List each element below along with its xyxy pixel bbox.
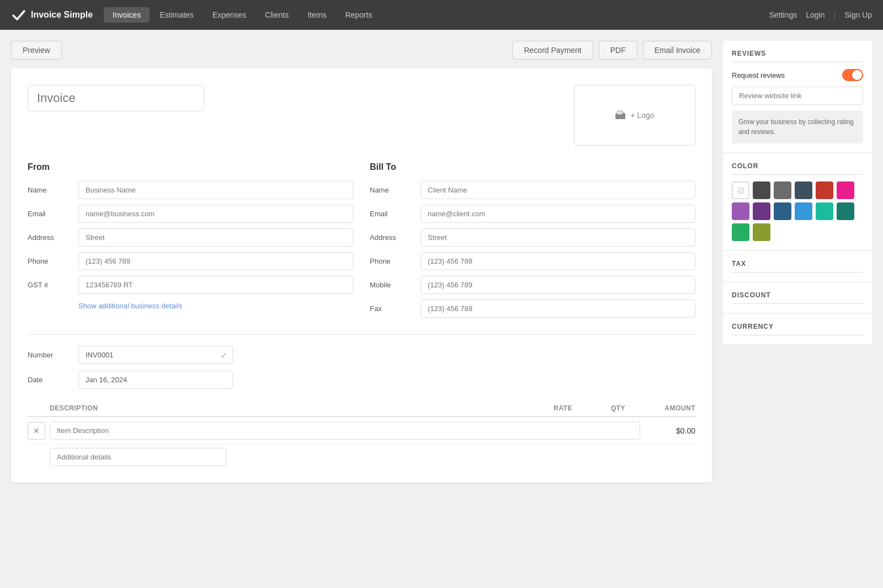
col-qty-header: QTY	[596, 404, 640, 412]
login-link[interactable]: Login	[806, 10, 825, 19]
date-input-wrap	[78, 371, 233, 389]
logo-text: + Logo	[630, 111, 654, 120]
color-swatch-teal-blue[interactable]	[816, 202, 833, 220]
additional-details-wrap	[50, 448, 695, 466]
color-swatch-dark-blue[interactable]	[774, 202, 791, 220]
color-swatch-purple-dark[interactable]	[753, 202, 770, 220]
bill-to-phone-input[interactable]	[421, 252, 695, 270]
nav-item-reports[interactable]: Reports	[336, 7, 381, 23]
color-swatch-none[interactable]: ⊘	[732, 181, 749, 199]
bill-to-fax-input[interactable]	[421, 300, 695, 318]
item-amount: $0.00	[640, 426, 695, 435]
pdf-button[interactable]: PDF	[599, 41, 637, 60]
from-address-input[interactable]	[78, 228, 353, 247]
from-gst-row: GST #	[28, 276, 353, 294]
color-section: COLOR ⊘	[723, 153, 872, 250]
number-input-wrap: ✓	[78, 346, 233, 364]
record-payment-button[interactable]: Record Payment	[512, 41, 593, 60]
bill-to-name-row: Name	[370, 181, 695, 199]
bill-to-address-label: Address	[370, 233, 414, 242]
color-swatch-red[interactable]	[816, 181, 833, 199]
number-label: Number	[28, 351, 72, 359]
bill-to-mobile-label: Mobile	[370, 281, 414, 289]
request-reviews-toggle[interactable]	[842, 69, 863, 81]
from-phone-label: Phone	[28, 257, 72, 265]
from-address-label: Address	[28, 233, 72, 242]
nav-item-items[interactable]: Items	[299, 7, 335, 23]
color-swatch-olive[interactable]	[753, 223, 770, 241]
review-description: Grow your business by collecting rating …	[732, 110, 863, 143]
color-swatch-slate[interactable]	[795, 181, 812, 199]
nav-item-clients[interactable]: Clients	[256, 7, 297, 23]
color-swatch-blue[interactable]	[795, 202, 812, 220]
table-row: ✕ $0.00	[28, 417, 695, 445]
bill-to-mobile-input[interactable]	[421, 276, 695, 294]
form-columns: From Name Email Address Phone	[28, 162, 695, 323]
invoice-header: 🏔 + Logo	[28, 85, 695, 146]
review-link-input[interactable]	[732, 87, 863, 105]
remove-row-button[interactable]: ✕	[28, 422, 45, 440]
from-name-label: Name	[28, 186, 72, 194]
bill-to-fax-label: Fax	[370, 304, 414, 313]
from-email-input[interactable]	[78, 205, 353, 223]
nav-divider: |	[834, 10, 836, 19]
additional-details-input[interactable]	[50, 448, 226, 466]
bill-to-phone-row: Phone	[370, 252, 695, 270]
from-phone-row: Phone	[28, 252, 353, 270]
from-title: From	[28, 162, 353, 172]
bill-to-email-label: Email	[370, 210, 414, 218]
color-swatch-green[interactable]	[732, 223, 749, 241]
check-icon: ✓	[220, 350, 227, 360]
image-icon: 🏔	[615, 109, 626, 122]
bill-to-email-input[interactable]	[421, 205, 695, 223]
from-name-row: Name	[28, 181, 353, 199]
color-swatch-purple-light[interactable]	[732, 202, 749, 220]
invoice-title-input[interactable]	[28, 85, 204, 111]
from-gst-label: GST #	[28, 281, 72, 289]
date-label: Date	[28, 376, 72, 384]
from-name-input[interactable]	[78, 181, 353, 199]
signup-link[interactable]: Sign Up	[844, 10, 872, 19]
from-gst-input[interactable]	[78, 276, 353, 294]
brand-name: Invoice Simple	[31, 10, 93, 20]
nav-item-expenses[interactable]: Expenses	[204, 7, 255, 23]
preview-button[interactable]: Preview	[11, 41, 62, 60]
show-additional-link[interactable]: Show additional business details	[78, 302, 182, 310]
from-phone-input[interactable]	[78, 252, 353, 270]
color-title: COLOR	[732, 162, 863, 175]
color-swatch-pink[interactable]	[837, 181, 854, 199]
tax-section: TAX	[723, 251, 872, 281]
from-email-row: Email	[28, 205, 353, 223]
form-divider	[28, 334, 695, 335]
color-swatch-dark-gray[interactable]	[753, 181, 770, 199]
main-layout: Preview Record Payment PDF Email Invoice…	[0, 30, 883, 588]
bill-to-email-row: Email	[370, 205, 695, 223]
number-input[interactable]	[78, 346, 233, 364]
toggle-knob	[852, 70, 862, 80]
invoice-form: 🏔 + Logo From Name Email	[11, 68, 712, 483]
discount-title: DISCOUNT	[732, 291, 863, 304]
toolbar: Preview Record Payment PDF Email Invoice	[11, 41, 712, 60]
content-area: Preview Record Payment PDF Email Invoice…	[11, 41, 712, 577]
from-email-label: Email	[28, 210, 72, 218]
bill-to-name-input[interactable]	[421, 181, 695, 199]
navbar: Invoice Simple Invoices Estimates Expens…	[0, 0, 883, 30]
nav-item-invoices[interactable]: Invoices	[104, 7, 150, 23]
bill-to-phone-label: Phone	[370, 257, 414, 265]
color-swatch-medium-gray[interactable]	[774, 181, 791, 199]
logo-upload[interactable]: 🏔 + Logo	[574, 85, 695, 146]
meta-rows: Number ✓ Date	[28, 346, 695, 389]
date-input[interactable]	[78, 371, 233, 389]
nav-item-estimates[interactable]: Estimates	[151, 7, 202, 23]
reviews-title: REVIEWS	[732, 50, 863, 62]
from-address-row: Address	[28, 228, 353, 247]
bill-to-address-input[interactable]	[421, 228, 695, 247]
settings-link[interactable]: Settings	[769, 10, 797, 19]
item-description-input[interactable]	[50, 421, 640, 440]
nav-right: Settings Login | Sign Up	[769, 10, 872, 19]
email-invoice-button[interactable]: Email Invoice	[643, 41, 712, 60]
color-swatch-teal[interactable]	[837, 202, 854, 220]
brand[interactable]: Invoice Simple	[11, 7, 93, 23]
number-row: Number ✓	[28, 346, 695, 364]
bill-to-name-label: Name	[370, 186, 414, 194]
